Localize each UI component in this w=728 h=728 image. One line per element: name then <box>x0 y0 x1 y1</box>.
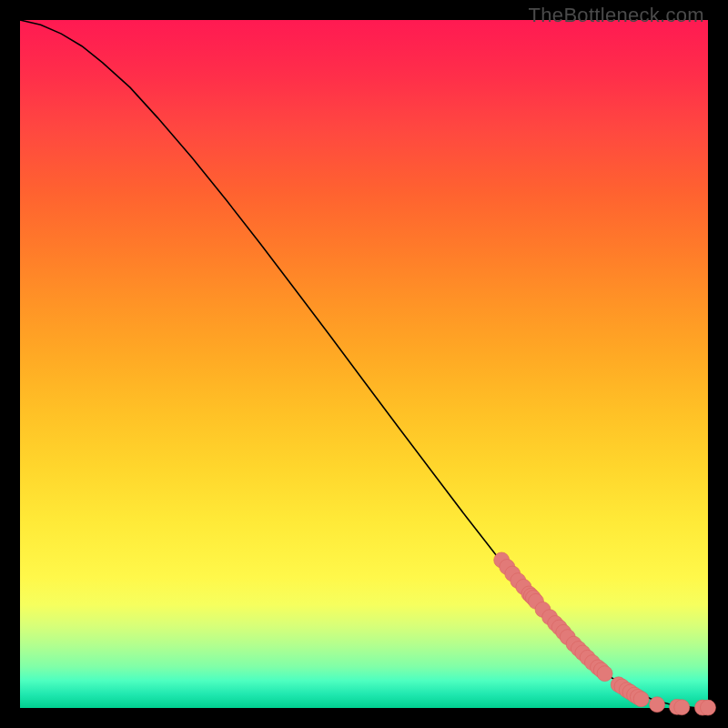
scatter-dot <box>674 700 690 715</box>
chart-overlay <box>20 20 708 708</box>
scatter-dot <box>650 697 665 713</box>
scatter-dot <box>633 692 649 707</box>
scatter-dot <box>701 700 716 715</box>
bottleneck-curve <box>20 20 708 708</box>
scatter-dot <box>597 666 612 682</box>
scatter-dots <box>494 552 716 715</box>
